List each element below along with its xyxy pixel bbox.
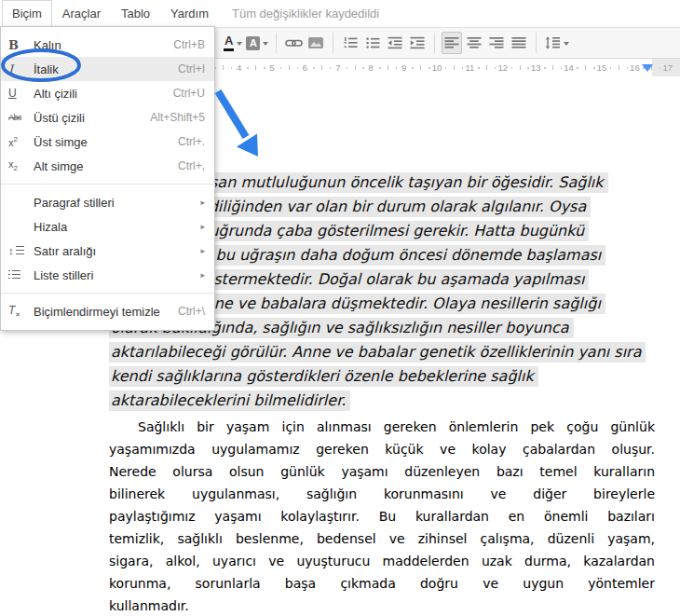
ruler-number: 12	[498, 62, 509, 73]
line-spacing-icon	[544, 34, 561, 51]
menubar-item-yardım[interactable]: Yardım	[160, 0, 219, 27]
menu-item-label: Paragraf stilleri	[34, 196, 200, 210]
ruler-tick	[289, 65, 290, 70]
menubar-item-tablo[interactable]: Tablo	[111, 0, 160, 27]
menu-item-10[interactable]: Liste stilleri▸	[1, 263, 214, 287]
submenu-arrow-icon: ▸	[200, 270, 205, 280]
ruler-tick	[388, 65, 388, 70]
ruler-tick	[445, 67, 447, 69]
ruler-number: 15	[597, 62, 607, 73]
ruler-number: 10	[432, 62, 442, 73]
numbered-list-button[interactable]	[340, 32, 360, 54]
menu-item-label: Üst simge	[34, 135, 178, 149]
bold-icon: B	[8, 38, 34, 52]
ruler-tick	[511, 67, 513, 69]
text-color-icon: A	[224, 34, 234, 50]
align-left-button[interactable]	[442, 32, 462, 54]
highlight-color-button[interactable]: A	[245, 32, 269, 54]
text-line: yaşamımızda uygulamamız gereken küçük ve…	[109, 438, 655, 460]
increase-indent-icon	[409, 34, 426, 51]
menu-item-3[interactable]: AbcÜstü çiziliAlt+Shift+5	[1, 105, 214, 130]
menu-item-shortcut: Ctrl+.	[178, 135, 205, 148]
menu-item-label: Altı çizili	[34, 87, 173, 101]
text-line: paylaştığımız yaşamı kolaylaştırır. Bu k…	[109, 505, 655, 527]
ruler-tick	[362, 67, 364, 69]
ruler-tick	[462, 67, 464, 69]
ruler-tick	[247, 67, 249, 69]
align-right-button[interactable]	[486, 32, 507, 54]
menu-item-2[interactable]: UAltı çiziliCtrl+U	[1, 81, 214, 105]
menu-item-4[interactable]: x2Üst simgeCtrl+.	[1, 130, 214, 154]
menu-item-8[interactable]: Hizala▸	[1, 214, 214, 239]
ruler-tick	[495, 67, 496, 69]
menubar-item-biçim[interactable]: Biçim	[2, 0, 52, 27]
menu-item-label: Satır aralığı	[34, 244, 200, 258]
menu-item-label: Kalın	[34, 38, 173, 52]
menu-item-label: Liste stilleri	[34, 268, 200, 282]
underline-icon: U	[8, 87, 34, 100]
menu-divider	[1, 184, 214, 185]
line-spacing-button[interactable]	[543, 32, 570, 54]
list-styles-icon	[8, 270, 34, 280]
insert-link-button[interactable]	[283, 32, 304, 54]
ruler-tick	[280, 67, 282, 69]
ruler-tick	[610, 67, 612, 69]
toolbar-separator	[276, 33, 277, 53]
menu-item-7[interactable]: Paragraf stilleri▸	[1, 190, 214, 214]
highlighted-text: kendi sağlıklarına gösterdikleri özenle …	[109, 366, 538, 387]
align-center-icon	[466, 34, 483, 51]
ruler-tick	[454, 65, 455, 70]
ruler-number: 9	[401, 62, 406, 73]
align-center-button[interactable]	[464, 32, 484, 54]
menu-item-12[interactable]: T✕Biçimlendirmeyi temizleCtrl+\	[1, 299, 214, 323]
menubar: BiçimAraçlarTabloYardım Tüm değişiklikle…	[0, 0, 680, 27]
justify-button[interactable]	[509, 32, 529, 54]
decrease-indent-button[interactable]	[385, 32, 405, 54]
menu-item-1[interactable]: IİtalikCtrl+I	[1, 57, 214, 81]
menu-item-0[interactable]: BKalınCtrl+B	[1, 33, 214, 57]
text-line: korunma, sorunlarla başa çıkmada doğru v…	[109, 572, 655, 595]
right-indent-marker[interactable]	[642, 64, 653, 72]
ruler-tick	[355, 65, 356, 70]
menu-item-shortcut: Ctrl+,	[178, 159, 205, 172]
decrease-indent-icon	[387, 34, 403, 51]
link-icon	[285, 34, 303, 51]
insert-image-button[interactable]	[306, 32, 326, 54]
menubar-items: BiçimAraçlarTabloYardım	[2, 0, 219, 27]
menubar-item-araçlar[interactable]: Araçlar	[52, 0, 111, 27]
highlighted-text: aktarabileceklerini bilmelidirler.	[109, 390, 350, 411]
submenu-arrow-icon: ▸	[200, 246, 205, 255]
ruler-number: 11	[465, 62, 474, 73]
menu-item-label: İtalik	[34, 62, 178, 76]
menu-item-label: Hizala	[34, 220, 200, 234]
ruler-tick	[313, 67, 315, 69]
subscript-icon: x2	[8, 158, 34, 172]
ruler-tick	[561, 67, 563, 69]
ruler-number: 7	[335, 62, 340, 73]
ruler-tick	[264, 67, 265, 69]
text-line: Nerede olursa olsun günlük yaşamı düzenl…	[109, 460, 655, 483]
ruler-tick	[297, 67, 299, 69]
line-spacing-icon: ↕	[8, 245, 34, 256]
menu-item-9[interactable]: ↕Satır aralığı▸	[1, 239, 214, 263]
text-line: Sağlıklı bir yaşam için alınması gereken…	[109, 416, 655, 438]
ruler-tick	[420, 65, 421, 70]
ruler-number: 13	[531, 62, 541, 73]
text-color-button[interactable]: A	[223, 32, 243, 54]
ruler-tick	[577, 67, 578, 69]
ruler-tick	[330, 67, 332, 69]
menu-item-5[interactable]: x2Alt simgeCtrl+,	[1, 154, 214, 178]
italic-icon: I	[8, 62, 34, 76]
clear-formatting-icon: T✕	[8, 304, 34, 319]
increase-indent-button[interactable]	[407, 32, 428, 54]
save-status: Tüm değişiklikler kaydedildi	[219, 0, 379, 27]
ruler-tick	[412, 67, 414, 69]
menu-item-shortcut: Alt+Shift+5	[150, 111, 205, 124]
bulleted-list-icon	[364, 34, 381, 51]
chevron-down-icon	[564, 42, 569, 48]
bulleted-list-button[interactable]	[362, 32, 383, 54]
ruler-tick	[478, 67, 480, 69]
ruler-tick	[527, 67, 529, 69]
numbered-list-icon	[342, 34, 359, 51]
align-left-icon	[443, 34, 460, 51]
